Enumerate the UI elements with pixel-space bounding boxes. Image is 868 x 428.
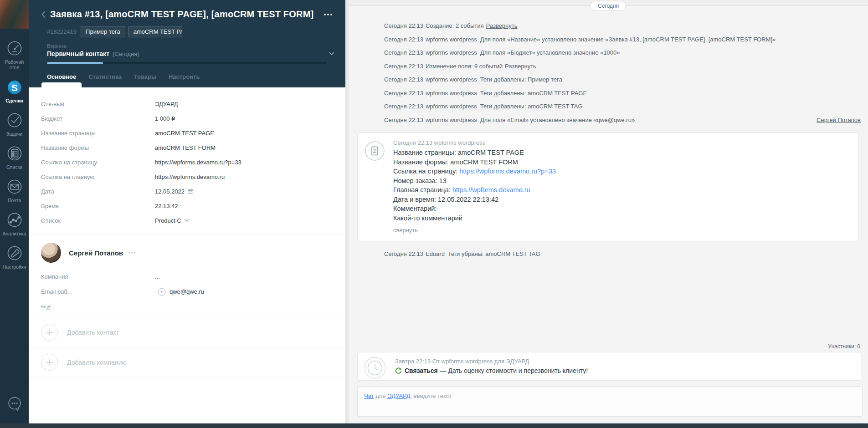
event-time: Сегодня 22:13 bbox=[384, 76, 423, 83]
sidebar-item-tasks[interactable]: Задачи bbox=[0, 107, 29, 140]
event-expand-link[interactable]: Развернуть bbox=[505, 63, 536, 70]
field-value-text: amoCRM TEST FORM bbox=[155, 144, 216, 151]
note-line-text: Ссылка на страницу: bbox=[393, 168, 459, 175]
note-line-text: Главная страница: bbox=[393, 186, 452, 194]
sidebar-item-analytics[interactable]: Аналитика bbox=[0, 207, 29, 240]
sidebar-nav: Рабочий столSСделкиЗадачиСпискиПочтаАнал… bbox=[0, 35, 29, 273]
field-value[interactable]: 12.05.2022 bbox=[155, 188, 194, 195]
event-author: wpforms wordpress bbox=[426, 49, 477, 56]
sidebar-item-mail[interactable]: Почта bbox=[0, 173, 29, 207]
contact-name[interactable]: Сергей Потапов bbox=[69, 249, 123, 257]
note-line-text: Номер заказа: 13 bbox=[393, 177, 447, 184]
event-expand-link[interactable]: Развернуть bbox=[486, 22, 518, 29]
event-text: Теги добавлены: amoCRM TEST TAG bbox=[480, 103, 583, 110]
back-chevron-icon[interactable] bbox=[41, 11, 46, 18]
mail-icon bbox=[5, 178, 24, 196]
sidebar-item-label: Почта bbox=[8, 198, 21, 203]
field-row: Время22:13:42 bbox=[41, 199, 345, 213]
tab-статистика[interactable]: Статистика bbox=[88, 73, 122, 88]
chat-mode-link[interactable]: Чат bbox=[364, 392, 374, 399]
event-time: Сегодня 22:13 bbox=[384, 22, 423, 29]
event-time: Сегодня 22:13 bbox=[384, 90, 423, 97]
field-value[interactable]: https://wpforms.devamo.ru?p=33 bbox=[155, 159, 241, 166]
event-author: wpforms wordpress bbox=[426, 76, 477, 83]
event-time: Сегодня 22:13 bbox=[384, 63, 423, 70]
field-value[interactable]: amoCRM TEST FORM bbox=[155, 144, 216, 151]
field-row: СписокProduct C bbox=[41, 213, 345, 228]
field-value[interactable]: 1 000 ₽ bbox=[155, 115, 175, 122]
field-value-text: 22:13:42 bbox=[155, 203, 178, 209]
timeline-event: Сегодня 22:13Создание: 2 событияРазверну… bbox=[384, 22, 861, 29]
add-company-button[interactable]: Добавить компанию bbox=[29, 347, 345, 377]
field-value[interactable]: https://wpforms.devamo.ru bbox=[155, 173, 225, 180]
bottom-bar bbox=[0, 423, 868, 428]
lead-tag[interactable]: amoCRM TEST PAGE bbox=[128, 26, 182, 37]
field-label: Ссылка на главную bbox=[41, 173, 155, 180]
chat-person-link[interactable]: ЭДУАРД bbox=[387, 392, 411, 399]
event-contact-link[interactable]: Сергей Потапов bbox=[817, 117, 861, 123]
sidebar-item-deals[interactable]: SСделки bbox=[0, 74, 29, 107]
event-text: Теги добавлены: amoCRM TEST PAGE bbox=[480, 90, 587, 97]
tab-основное[interactable]: Основное bbox=[47, 73, 76, 88]
field-value[interactable]: amoCRM TEST PAGE bbox=[155, 130, 214, 137]
field-value[interactable]: Product C bbox=[155, 217, 190, 224]
contact-card[interactable]: Сергей Потапов bbox=[41, 243, 345, 263]
add-contact-button[interactable]: Добавить контакт bbox=[29, 317, 345, 347]
sidebar-item-settings[interactable]: Настройки bbox=[0, 240, 29, 273]
field-value-text: ... bbox=[155, 273, 160, 280]
event-text: Для поля «Бюджет» установлено значение «… bbox=[480, 49, 620, 56]
event-time: Сегодня 22:13 bbox=[384, 103, 423, 110]
field-row: Отв-ныйЭДУАРД bbox=[41, 97, 345, 111]
contact-avatar[interactable] bbox=[41, 243, 61, 263]
lead-tabs: ОсновноеСтатистикаТоварыНастроить bbox=[47, 73, 334, 88]
timeline-event: Сегодня 22:13wpforms wordpressДля поля «… bbox=[384, 36, 861, 43]
chevron-down-icon[interactable] bbox=[329, 52, 334, 56]
chat-middle-text: для bbox=[374, 392, 387, 399]
stage-progress-bar[interactable] bbox=[47, 62, 327, 64]
field-value[interactable]: 22:13:42 bbox=[155, 203, 178, 209]
chat-input[interactable]: Чат для ЭДУАРД: введите текст bbox=[357, 386, 863, 417]
note-line-text: Дата и время: 12.05.2022 22:13:42 bbox=[393, 196, 498, 203]
lead-body: Отв-ныйЭДУАРДБюджет1 000 ₽Название стран… bbox=[29, 87, 345, 377]
field-value-text: https://wpforms.devamo.ru?p=33 bbox=[155, 159, 241, 166]
lead-tag[interactable]: Пример тега bbox=[81, 26, 125, 37]
sidebar-item-label: Сделки bbox=[5, 98, 23, 103]
user-avatar-photo[interactable] bbox=[0, 0, 29, 29]
note-line: Название формы: amoCRM TEST FORM bbox=[393, 158, 849, 167]
field-label: Email раб. bbox=[41, 288, 155, 295]
note-line-text: Какой-то комментарий bbox=[393, 214, 462, 222]
field-label: Время bbox=[41, 203, 155, 209]
field-value[interactable]: qwe@qwe.ru bbox=[155, 288, 204, 296]
sidebar-item-lists[interactable]: Списки bbox=[0, 140, 29, 173]
note-line-text: Название формы: amoCRM TEST FORM bbox=[393, 158, 518, 166]
field-value-text: https://wpforms.devamo.ru bbox=[155, 173, 225, 180]
note-line-link[interactable]: https://wpforms.devamo.ru bbox=[452, 186, 530, 194]
timeline-event: Сегодня 22:13wpforms wordpressТеги добав… bbox=[384, 90, 861, 97]
field-value[interactable]: ... bbox=[155, 273, 160, 280]
field-value[interactable]: ЭДУАРД bbox=[155, 101, 178, 107]
note-collapse-link[interactable]: свернуть bbox=[393, 227, 849, 234]
note-card-header: Сегодня 22:13 wpforms wordpress bbox=[393, 139, 849, 146]
note-line-text: Название страницы: amoCRM TEST PAGE bbox=[393, 149, 524, 156]
sidebar: Рабочий столSСделкиЗадачиСпискиПочтаАнал… bbox=[0, 0, 29, 428]
lists-icon bbox=[5, 144, 24, 163]
contact-more-link[interactable]: ещё bbox=[41, 304, 51, 310]
field-row: Email раб.qwe@qwe.ru bbox=[41, 284, 345, 299]
tab-настроить[interactable]: Настроить bbox=[169, 73, 200, 88]
tab-товары[interactable]: Товары bbox=[134, 73, 156, 88]
add-contact-label: Добавить контакт bbox=[67, 329, 119, 336]
event-time: Сегодня 22:13 bbox=[384, 250, 423, 257]
sidebar-item-desktop[interactable]: Рабочий стол bbox=[0, 35, 29, 74]
support-chat-button[interactable] bbox=[5, 394, 24, 415]
pipeline-stage-selector[interactable]: Первичный контакт (Сегодня) bbox=[47, 50, 334, 57]
contact-section: Сергей Потапов Компания...Email раб.qwe@… bbox=[29, 234, 345, 317]
lead-title: Заявка #13, [amoCRM TEST PAGE], [amoCRM … bbox=[50, 9, 313, 20]
note-line-link[interactable]: https://wpforms.devamo.ru?p=33 bbox=[459, 168, 556, 175]
note-card-body: Название страницы: amoCRM TEST PAGEНазва… bbox=[393, 148, 849, 223]
deals-icon: S bbox=[5, 78, 24, 96]
contact-menu-dots-icon[interactable] bbox=[128, 252, 136, 254]
field-row: Ссылка на страницуhttps://wpforms.devamo… bbox=[41, 155, 345, 169]
event-time: Сегодня 22:13 bbox=[384, 117, 423, 123]
task-card[interactable]: Завтра 22:13 От wpforms wordpress для ЭД… bbox=[357, 352, 861, 381]
lead-menu-dots-icon[interactable] bbox=[322, 11, 334, 18]
